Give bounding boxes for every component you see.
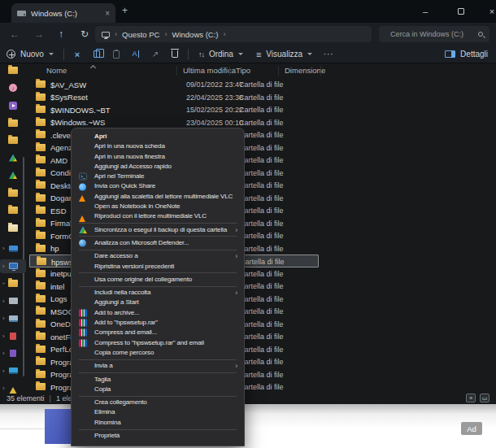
breadcrumb[interactable]: › Questo PC › Windows (C:) › (95, 26, 372, 42)
new-button[interactable]: Nuovo (0, 50, 60, 59)
context-menu-item[interactable]: Riproduci con il lettore multimediale VL… (72, 211, 244, 221)
search-box[interactable] (379, 26, 489, 42)
sidebar-item[interactable] (0, 81, 26, 95)
minimize-button[interactable]: – (411, 0, 439, 23)
thumbnail-view-button[interactable]: ▭ (480, 394, 489, 402)
cut-button[interactable]: × (67, 46, 87, 63)
context-menu-item[interactable]: Aggiungi a Start (72, 298, 244, 307)
context-menu-item[interactable]: Apri in una nuova scheda (72, 141, 244, 151)
up-button[interactable]: ↑ (59, 23, 63, 46)
column-divider[interactable] (320, 66, 321, 76)
back-button[interactable]: ← (10, 23, 20, 46)
chevron-right-icon[interactable]: › (2, 294, 5, 308)
tab-close-icon[interactable]: × (105, 9, 110, 18)
sidebar-tree-item[interactable]: › (0, 346, 26, 360)
share-button[interactable]: ↗ (146, 46, 165, 63)
column-header-type[interactable]: Tipo (236, 66, 250, 75)
sidebar-item[interactable] (0, 203, 26, 217)
column-divider[interactable] (176, 66, 177, 76)
sidebar-tree-item[interactable]: › (0, 294, 26, 308)
context-menu-item[interactable]: Includi nella raccolta› (72, 288, 244, 298)
file-row[interactable]: $Windows.~WS23/04/2025 00:10Cartella di … (29, 116, 496, 129)
sidebar-item[interactable] (0, 98, 26, 112)
maximize-button[interactable] (447, 0, 475, 23)
file-row[interactable]: $SysReset22/04/2025 23:38Cartella di fil… (29, 91, 496, 104)
context-menu-item[interactable]: Apri (72, 132, 244, 141)
sidebar-item[interactable] (0, 116, 26, 130)
breadcrumb-this-pc[interactable]: Questo PC (122, 30, 159, 39)
context-menu-item[interactable]: Ripristina versioni precedenti (72, 262, 244, 272)
forward-button[interactable]: → (34, 23, 44, 46)
file-row[interactable]: $WINDOWS.~BT15/02/2025 20:22Cartella di … (29, 103, 496, 116)
sidebar-tree-item[interactable]: › (0, 311, 26, 325)
context-menu-item[interactable]: Aggiungi alla scaletta del lettore multi… (72, 192, 244, 202)
context-menu-item[interactable]: Aggiungi ad Accesso rapido (72, 162, 244, 172)
tab-windows-c[interactable]: Windows (C:) × (11, 3, 115, 23)
context-menu-item[interactable]: Copia (72, 385, 244, 394)
column-divider[interactable] (278, 66, 279, 76)
new-label: Nuovo (20, 50, 44, 59)
more-button[interactable]: ··· (319, 46, 338, 63)
sidebar-tree-item[interactable]: › (0, 241, 26, 255)
context-menu-item[interactable]: Dare accesso a› (72, 251, 244, 261)
refresh-button[interactable]: ↻ (80, 23, 89, 46)
chevron-right-icon[interactable]: › (2, 259, 5, 273)
column-header-name[interactable]: Nome (46, 66, 67, 75)
file-type: Cartella di file (239, 119, 284, 127)
sidebar-item[interactable] (0, 63, 26, 77)
rename-button[interactable]: A (126, 46, 146, 63)
paste-button[interactable] (107, 46, 126, 63)
context-menu-item[interactable]: Open as Notebook in OneNote (72, 202, 244, 211)
chevron-right-icon[interactable]: › (2, 241, 5, 255)
view-button[interactable]: ≡ Visualizza (250, 50, 319, 59)
context-menu-item[interactable]: Taglia (72, 375, 244, 385)
column-header-modified[interactable]: Ultima modifica (183, 66, 236, 75)
context-menu-item[interactable]: Add to archive... (72, 308, 244, 318)
details-toggle[interactable]: Dettagli (437, 50, 496, 59)
chevron-right-icon[interactable]: › (2, 364, 5, 378)
sidebar-tree-item[interactable]: › (0, 276, 26, 290)
sort-button[interactable]: ↑↓ Ordina (192, 50, 250, 59)
context-menu-item[interactable]: Compress and email... (72, 328, 244, 337)
breadcrumb-windows-c[interactable]: Windows (C:) (172, 30, 218, 39)
sidebar-tree-item[interactable]: › (0, 364, 26, 378)
delete-button[interactable] (165, 46, 185, 63)
sidebar-item[interactable] (0, 151, 26, 165)
chevron-right-icon[interactable]: › (2, 346, 5, 360)
context-menu-item[interactable]: Analizza con Microsoft Defender... (72, 238, 244, 248)
context-menu-item[interactable]: Elimina (72, 407, 244, 417)
file-explorer-window: Windows (C:) × + – × ← → ↑ ↻ › Questo PC… (0, 0, 496, 448)
context-menu-item[interactable]: Apri nel Terminale (72, 172, 244, 181)
sidebar-item[interactable] (0, 221, 26, 235)
folder-icon (8, 207, 18, 214)
sidebar-tree-item[interactable]: › (0, 259, 26, 273)
breadcrumb-separator: › (223, 30, 225, 38)
sidebar-item[interactable] (0, 168, 26, 182)
sidebar-tree-item[interactable]: › (0, 329, 26, 343)
sidebar-item[interactable] (0, 133, 26, 147)
column-divider[interactable] (229, 66, 230, 76)
chevron-down-icon (307, 53, 312, 58)
context-menu-item[interactable]: Usa come origine del collegamento (72, 275, 244, 285)
context-menu-item[interactable]: Copia come percorso (72, 348, 244, 358)
context-menu-item[interactable]: Invia con Quick Share (72, 181, 244, 191)
context-menu-item[interactable]: Apri in una nuova finestra (72, 152, 244, 162)
context-menu-item[interactable]: Proprietà (72, 431, 244, 441)
file-row[interactable]: $AV_ASW09/01/2022 23:47Cartella di file (29, 78, 496, 91)
context-menu-item[interactable]: Compress to "hpswsetup.rar" and email (72, 338, 244, 348)
navigation-pane: ››››››››› (0, 63, 26, 394)
search-input[interactable] (389, 29, 478, 39)
sidebar-item[interactable] (0, 186, 26, 200)
list-view-button[interactable]: ≡ (466, 394, 476, 402)
new-tab-button[interactable]: + (122, 5, 128, 16)
context-menu-item[interactable]: Rinomina (72, 418, 244, 428)
chevron-right-icon[interactable]: › (2, 311, 5, 325)
copy-button[interactable] (87, 46, 107, 63)
context-menu-item[interactable]: Invia a› (72, 361, 244, 371)
chevron-right-icon[interactable]: › (2, 329, 5, 343)
context-menu-item[interactable]: Add to "hpswsetup.rar" (72, 318, 244, 328)
column-header-size[interactable]: Dimensione (285, 66, 325, 75)
context-menu-item[interactable]: Sincronizza o esegui il backup di questa… (72, 225, 244, 235)
close-button[interactable]: × (478, 0, 496, 23)
context-menu-item[interactable]: Crea collegamento (72, 398, 244, 407)
